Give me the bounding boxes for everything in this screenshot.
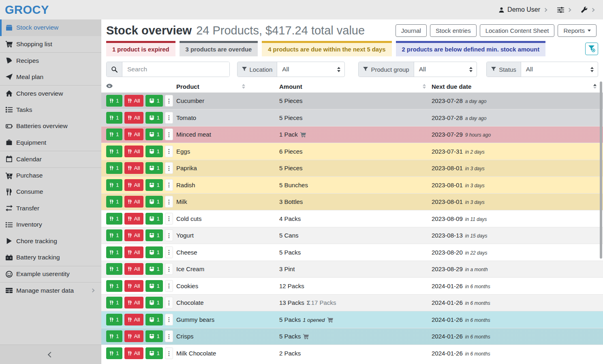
row-menu-button[interactable]: ⋮	[165, 297, 173, 308]
consume-all-button[interactable]: All	[124, 330, 143, 342]
product-name[interactable]: Cold cuts	[176, 210, 279, 227]
sidebar-item-inventory[interactable]: Inventory	[0, 216, 101, 233]
consume-all-button[interactable]: All	[124, 246, 143, 258]
open-one-button[interactable]: 1	[145, 229, 163, 241]
row-menu-button[interactable]: ⋮	[165, 196, 173, 208]
product-name[interactable]: Cheese	[176, 244, 279, 261]
consume-all-button[interactable]: All	[124, 146, 143, 157]
sidebar-item-calendar[interactable]: Calendar	[0, 151, 101, 167]
product-name[interactable]: Minced meat	[176, 126, 279, 143]
consume-one-button[interactable]: 1	[106, 263, 122, 275]
product-name[interactable]: Milk	[176, 193, 279, 210]
consume-all-button[interactable]: All	[124, 196, 143, 208]
location-content-sheet-button[interactable]: Location Content Sheet	[480, 24, 555, 37]
row-menu-button[interactable]: ⋮	[165, 280, 173, 292]
overdue-banner[interactable]: 3 products are overdue	[180, 41, 258, 56]
sidebar-item-stock-overview[interactable]: Stock overview	[0, 19, 101, 36]
clear-filter-button[interactable]	[585, 43, 598, 55]
sidebar-item-example-userentity[interactable]: Example userentity	[0, 266, 101, 283]
product-name[interactable]: Chocolate	[176, 294, 279, 311]
open-one-button[interactable]: 1	[145, 162, 163, 174]
settings-menu[interactable]	[557, 6, 571, 13]
stock-entries-button[interactable]: Stock entries	[430, 24, 477, 37]
row-menu-button[interactable]: ⋮	[165, 213, 173, 225]
consume-one-button[interactable]: 1	[106, 246, 122, 258]
open-one-button[interactable]: 1	[145, 314, 163, 325]
product-name[interactable]: Paprika	[176, 160, 279, 177]
row-menu-button[interactable]: ⋮	[165, 347, 173, 359]
due-soon-banner[interactable]: 4 products are due within the next 5 day…	[262, 41, 391, 56]
consume-all-button[interactable]: All	[124, 229, 143, 241]
product-name[interactable]: Tomato	[176, 109, 279, 126]
open-one-button[interactable]: 1	[145, 263, 163, 275]
consume-one-button[interactable]: 1	[106, 229, 122, 241]
vertical-scrollbar[interactable]	[600, 81, 602, 259]
consume-one-button[interactable]: 1	[106, 330, 122, 342]
sidebar-item-consume[interactable]: Consume	[0, 184, 101, 200]
row-menu-button[interactable]: ⋮	[165, 246, 173, 258]
sidebar-item-chore-tracking[interactable]: Chore tracking	[0, 233, 101, 250]
row-menu-button[interactable]: ⋮	[165, 112, 173, 124]
consume-all-button[interactable]: All	[124, 263, 143, 275]
row-menu-button[interactable]: ⋮	[165, 314, 173, 325]
product-name[interactable]: Radish	[176, 177, 279, 194]
consume-all-button[interactable]: All	[124, 297, 143, 308]
consume-all-button[interactable]: All	[124, 314, 143, 325]
product-name[interactable]: Gummy bears	[176, 311, 279, 328]
row-menu-button[interactable]: ⋮	[165, 330, 173, 342]
consume-one-button[interactable]: 1	[106, 347, 122, 359]
row-menu-button[interactable]: ⋮	[165, 162, 173, 174]
location-select[interactable]: All	[277, 62, 344, 77]
product-name[interactable]: Crisps	[176, 328, 279, 345]
column-visibility-header[interactable]	[101, 81, 176, 92]
next-due-date-column-header[interactable]: Next due date	[432, 81, 603, 92]
user-menu[interactable]: Demo User	[498, 6, 547, 13]
sidebar-item-tasks[interactable]: Tasks	[0, 102, 101, 118]
expired-banner[interactable]: 1 product is expired	[106, 41, 175, 56]
consume-one-button[interactable]: 1	[106, 146, 122, 157]
consume-all-button[interactable]: All	[124, 347, 143, 359]
product-name[interactable]: Eggs	[176, 143, 279, 160]
open-one-button[interactable]: 1	[145, 128, 163, 140]
consume-one-button[interactable]: 1	[106, 95, 122, 107]
consume-all-button[interactable]: All	[124, 95, 143, 107]
open-one-button[interactable]: 1	[145, 112, 163, 124]
product-group-select[interactable]: All	[414, 62, 477, 77]
consume-all-button[interactable]: All	[124, 179, 143, 191]
admin-menu[interactable]	[581, 6, 594, 13]
consume-one-button[interactable]: 1	[106, 162, 122, 174]
consume-one-button[interactable]: 1	[106, 280, 122, 292]
consume-all-button[interactable]: All	[124, 213, 143, 225]
open-one-button[interactable]: 1	[145, 280, 163, 292]
search-input[interactable]	[122, 62, 229, 77]
open-one-button[interactable]: 1	[145, 179, 163, 191]
sidebar-item-shopping-list[interactable]: Shopping list	[0, 36, 101, 53]
product-name[interactable]: Cookies	[176, 278, 279, 295]
row-menu-button[interactable]: ⋮	[165, 229, 173, 241]
open-one-button[interactable]: 1	[145, 196, 163, 208]
row-menu-button[interactable]: ⋮	[165, 128, 173, 140]
sidebar-item-meal-plan[interactable]: Meal plan	[0, 69, 101, 86]
consume-one-button[interactable]: 1	[106, 179, 122, 191]
product-name[interactable]: Ice Cream	[176, 261, 279, 278]
consume-all-button[interactable]: All	[124, 112, 143, 124]
consume-one-button[interactable]: 1	[106, 128, 122, 140]
open-one-button[interactable]: 1	[145, 95, 163, 107]
consume-all-button[interactable]: All	[124, 162, 143, 174]
status-select[interactable]: All	[521, 62, 598, 77]
below-min-stock-banner[interactable]: 2 products are below defined min. stock …	[396, 41, 546, 56]
open-one-button[interactable]: 1	[145, 146, 163, 157]
amount-column-header[interactable]: Amount	[279, 81, 432, 92]
open-one-button[interactable]: 1	[145, 246, 163, 258]
open-one-button[interactable]: 1	[145, 213, 163, 225]
row-menu-button[interactable]: ⋮	[165, 146, 173, 157]
sidebar-collapse-button[interactable]	[0, 345, 101, 364]
consume-one-button[interactable]: 1	[106, 196, 122, 208]
sidebar-item-battery-tracking[interactable]: Battery tracking	[0, 249, 101, 266]
consume-one-button[interactable]: 1	[106, 314, 122, 325]
consume-one-button[interactable]: 1	[106, 112, 122, 124]
sidebar-item-transfer[interactable]: Transfer	[0, 200, 101, 217]
product-name[interactable]: Yogurt	[176, 227, 279, 244]
open-one-button[interactable]: 1	[145, 347, 163, 359]
consume-one-button[interactable]: 1	[106, 297, 122, 308]
